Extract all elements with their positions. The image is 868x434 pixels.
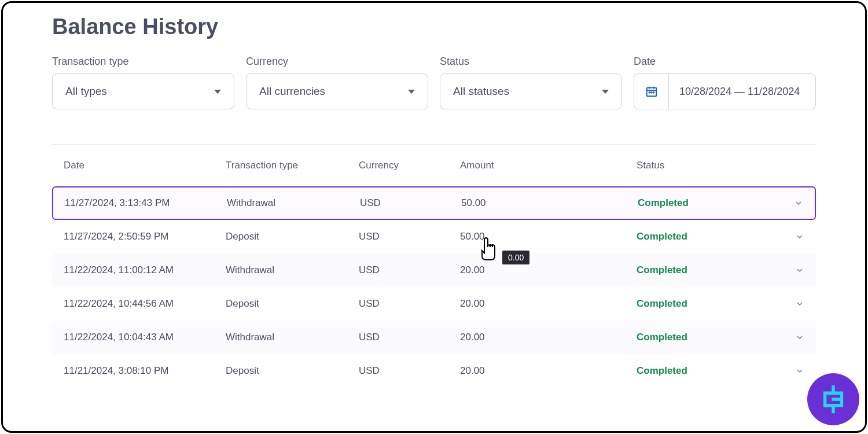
filter-bar: Transaction type All types Currency All … (52, 56, 816, 109)
cell-amount: 50.00 (461, 197, 638, 209)
svg-point-6 (653, 92, 654, 93)
logo-badge (807, 373, 859, 425)
svg-point-4 (649, 92, 650, 93)
table-row[interactable]: 11/27/2024, 2:50:59 PM Deposit USD 50.00… (52, 220, 816, 253)
cell-amount: 20.00 (460, 365, 637, 377)
cell-date: 11/27/2024, 3:13:43 PM (65, 197, 227, 209)
chevron-down-icon[interactable] (770, 232, 804, 241)
svg-point-5 (651, 92, 652, 93)
transactions-table: Date Transaction type Currency Amount St… (52, 144, 816, 388)
cell-date: 11/22/2024, 10:04:43 AM (64, 332, 226, 343)
table-header: Date Transaction type Currency Amount St… (52, 145, 816, 186)
cell-amount: 20.00 (460, 332, 637, 343)
status-select[interactable]: All statuses (440, 73, 622, 109)
date-range-value: 10/28/2024 — 11/28/2024 (669, 86, 810, 98)
cell-date: 11/22/2024, 10:44:56 AM (64, 298, 226, 310)
cell-currency: USD (359, 365, 460, 377)
currency-select[interactable]: All currencies (246, 73, 428, 109)
cell-date: 11/21/2024, 3:08:10 PM (64, 365, 226, 377)
cell-type: Withdrawal (226, 332, 359, 343)
cell-type: Deposit (226, 298, 359, 310)
caret-down-icon (408, 90, 415, 94)
table-row[interactable]: 11/22/2024, 10:04:43 AM Withdrawal USD 2… (52, 321, 816, 354)
cell-currency: USD (359, 298, 460, 310)
table-row[interactable]: 11/22/2024, 11:00:12 AM Withdrawal USD 2… (52, 253, 816, 287)
cell-currency: USD (359, 264, 460, 276)
col-date: Date (64, 160, 226, 171)
cell-type: Deposit (226, 231, 359, 242)
cell-status: Completed (637, 365, 770, 377)
filter-transaction-type: Transaction type All types (52, 56, 234, 109)
col-amount: Amount (460, 160, 637, 171)
filter-label: Currency (246, 56, 428, 68)
cell-type: Deposit (226, 365, 359, 377)
pointer-cursor-icon (476, 236, 499, 267)
cell-date: 11/22/2024, 11:00:12 AM (64, 264, 226, 276)
chevron-down-icon[interactable] (770, 266, 804, 275)
cell-currency: USD (359, 231, 460, 242)
select-value: All types (65, 85, 107, 98)
cell-currency: USD (360, 197, 461, 209)
cell-amount: 20.00 (460, 298, 637, 310)
cell-status: Completed (637, 231, 770, 242)
filter-label: Transaction type (52, 56, 234, 68)
cell-status: Completed (638, 197, 768, 209)
chevron-down-icon[interactable] (770, 299, 804, 308)
caret-down-icon (602, 90, 609, 94)
chevron-down-icon[interactable] (768, 198, 803, 208)
select-value: All statuses (453, 85, 509, 98)
table-row[interactable]: 11/22/2024, 10:44:56 AM Deposit USD 20.0… (52, 287, 816, 321)
caret-down-icon (214, 90, 221, 94)
cell-date: 11/27/2024, 2:50:59 PM (64, 231, 226, 242)
cell-type: Withdrawal (226, 264, 359, 276)
filter-date: Date 10/28/2024 — 11/28/2024 (634, 56, 816, 109)
transaction-type-select[interactable]: All types (52, 73, 234, 109)
table-row[interactable]: 11/27/2024, 3:13:43 PM Withdrawal USD 50… (52, 186, 816, 220)
page-title: Balance History (52, 14, 816, 39)
col-type: Transaction type (226, 160, 359, 171)
col-status: Status (637, 160, 770, 171)
col-currency: Currency (359, 160, 460, 171)
cell-currency: USD (359, 332, 460, 343)
calendar-icon (634, 74, 669, 109)
filter-label: Date (634, 56, 816, 68)
table-row[interactable]: 11/21/2024, 3:08:10 PM Deposit USD 20.00… (52, 354, 816, 388)
cell-type: Withdrawal (227, 197, 360, 209)
cell-status: Completed (637, 298, 770, 310)
date-range-input[interactable]: 10/28/2024 — 11/28/2024 (634, 73, 816, 109)
filter-status: Status All statuses (440, 56, 622, 109)
cell-status: Completed (637, 264, 770, 276)
filter-label: Status (440, 56, 622, 68)
chevron-down-icon[interactable] (770, 333, 804, 342)
chevron-down-icon[interactable] (770, 366, 804, 376)
select-value: All currencies (259, 85, 325, 98)
cell-status: Completed (637, 332, 770, 343)
filter-currency: Currency All currencies (246, 56, 428, 109)
amount-tooltip: 0.00 (502, 251, 529, 264)
